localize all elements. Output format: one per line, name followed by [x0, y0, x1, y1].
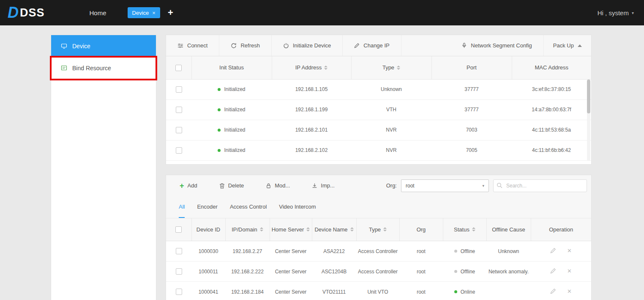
row-checkbox[interactable] — [176, 147, 182, 154]
tab-all[interactable]: All — [179, 196, 185, 218]
tab-video-intercom[interactable]: Video Intercom — [279, 196, 316, 218]
sort-icon[interactable] — [306, 227, 310, 231]
discovered-devices-table: Init Status IP Address Type Port MAC Add… — [166, 56, 591, 161]
col-type[interactable]: Type — [351, 56, 431, 79]
scrollbar-thumb[interactable] — [587, 80, 590, 113]
sort-icon[interactable] — [397, 66, 400, 70]
download-icon — [312, 183, 317, 189]
close-tab-icon[interactable]: × — [152, 10, 156, 16]
offline-cause-cell: Unknown — [486, 241, 531, 261]
remove-icon[interactable]: ✕ — [567, 288, 572, 294]
select-all-checkbox[interactable] — [175, 65, 182, 71]
mac-address-cell: 4c:11:bf:53:68:5a — [512, 120, 591, 140]
offline-cause-cell: Network anomaly. — [486, 261, 531, 282]
col-ip-domain[interactable]: IP/Domain — [225, 218, 270, 241]
row-checkbox[interactable] — [176, 289, 182, 295]
tab-device[interactable]: Device × — [128, 7, 160, 18]
change-ip-button[interactable]: Change IP — [343, 35, 401, 56]
col-type[interactable]: Type — [356, 218, 399, 241]
row-checkbox[interactable] — [176, 248, 182, 254]
chevron-down-icon: ▾ — [482, 184, 484, 188]
device-id-cell: 1000041 — [191, 282, 225, 300]
import-button[interactable]: Imp... — [312, 182, 335, 189]
tab-home[interactable]: Home — [84, 9, 112, 17]
col-device-id: Device ID — [191, 218, 225, 241]
org-label: Org: — [386, 182, 397, 189]
device-id-cell: 1000030 — [191, 241, 225, 261]
col-ip-address[interactable]: IP Address — [272, 56, 351, 79]
col-status[interactable]: Status — [443, 218, 486, 241]
ip-address-cell: 192.168.2.101 — [272, 120, 351, 140]
delete-device-button[interactable]: Delete — [219, 182, 244, 189]
table-row: 1000011 192.168.2.222 Center Server ASC1… — [166, 261, 591, 282]
table-row: Initialized 192.168.2.102 NVR 7005 4c:11… — [166, 140, 591, 160]
init-status-text: Initialized — [224, 127, 245, 133]
row-checkbox[interactable] — [176, 127, 182, 133]
status-dot — [218, 129, 221, 132]
initialize-device-icon — [283, 43, 289, 49]
org-select[interactable]: root ▾ — [401, 179, 489, 192]
change-ip-label: Change IP — [363, 42, 389, 49]
col-checkbox — [166, 218, 191, 241]
user-menu[interactable]: Hi , system ▾ — [598, 9, 634, 17]
remove-icon[interactable]: ✕ — [567, 268, 572, 274]
content-area: Device Bind Resource Connect — [0, 25, 644, 300]
port-cell: 7003 — [431, 120, 512, 140]
edit-icon[interactable] — [550, 248, 556, 253]
search-input[interactable] — [493, 179, 587, 192]
col-home-server[interactable]: Home Server — [270, 218, 312, 241]
sort-icon[interactable] — [260, 227, 263, 231]
device-name-cell: ASA2212 — [312, 241, 356, 261]
user-greeting: Hi , system — [598, 9, 629, 17]
edit-icon[interactable] — [550, 268, 556, 274]
initialize-device-button[interactable]: Initialize Device — [272, 35, 343, 56]
ip-address-cell: 192.168.1.199 — [272, 99, 351, 120]
sort-icon[interactable] — [324, 66, 327, 70]
network-segment-config-icon — [461, 43, 467, 48]
connect-button[interactable]: Connect — [166, 35, 219, 56]
add-device-button[interactable]: + Add — [180, 182, 197, 190]
add-label: Add — [188, 182, 197, 189]
scrollbar-track[interactable] — [587, 80, 590, 161]
col-org: Org — [399, 218, 443, 241]
dss-logo-text: DSS — [20, 6, 45, 19]
row-checkbox[interactable] — [176, 107, 182, 113]
plus-icon: + — [180, 182, 184, 190]
pack-up-button[interactable]: Pack Up — [543, 35, 591, 56]
search-box — [493, 179, 587, 192]
col-device-name[interactable]: Device Name — [312, 218, 356, 241]
ip-address-cell: 192.168.1.105 — [272, 79, 351, 99]
init-status-text: Initialized — [224, 107, 245, 113]
remove-icon[interactable]: ✕ — [567, 248, 572, 254]
table-row: Initialized 192.168.1.105 Unknown 37777 … — [166, 79, 591, 99]
network-segment-config-button[interactable]: Network Segment Config — [450, 35, 543, 56]
sidebar-item-bind-resource[interactable]: Bind Resource — [51, 57, 156, 79]
select-all-checkbox[interactable] — [175, 226, 182, 233]
trash-icon — [219, 183, 225, 189]
change-ip-icon — [354, 43, 360, 48]
status-dot — [454, 270, 457, 273]
table-row: 1000030 192.168.2.27 Center Server ASA22… — [166, 241, 591, 261]
refresh-icon — [231, 43, 237, 49]
sort-icon[interactable] — [472, 227, 475, 231]
modify-password-button[interactable]: Mod... — [266, 182, 290, 189]
sidebar-item-label: Bind Resource — [72, 65, 111, 72]
home-server-cell: Center Server — [270, 241, 312, 261]
port-cell: 37777 — [431, 79, 512, 99]
sort-icon[interactable] — [383, 227, 387, 231]
edit-icon[interactable] — [550, 288, 556, 294]
pack-up-label: Pack Up — [553, 42, 574, 49]
row-checkbox[interactable] — [176, 86, 182, 93]
refresh-button[interactable]: Refresh — [219, 35, 272, 56]
org-select-value: root — [406, 183, 415, 189]
sidebar-item-device[interactable]: Device — [51, 35, 156, 57]
status-text: Online — [461, 289, 475, 295]
tab-access-control[interactable]: Access Control — [230, 196, 267, 218]
row-checkbox[interactable] — [176, 268, 182, 275]
add-tab-button[interactable]: + — [168, 8, 173, 17]
mac-address-cell: 14:a7:8b:00:63:7f — [512, 99, 591, 120]
type-cell: Unknown — [351, 79, 431, 99]
device-id-cell: 1000011 — [191, 261, 225, 282]
tab-encoder[interactable]: Encoder — [197, 196, 217, 218]
sort-icon[interactable] — [350, 227, 354, 231]
